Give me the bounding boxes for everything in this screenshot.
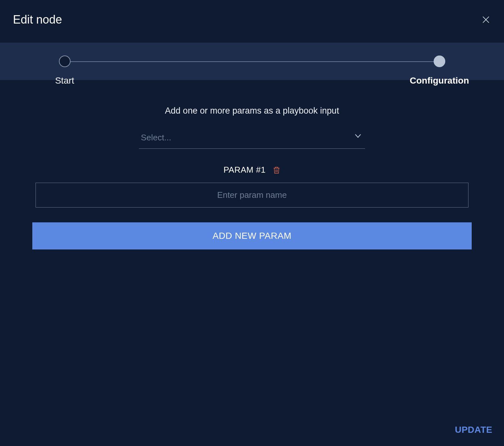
stepper-track: Start Configuration (65, 56, 439, 68)
stepper-line (65, 61, 439, 62)
delete-param-button[interactable] (273, 166, 280, 174)
modal-footer: UPDATE (0, 418, 504, 446)
edit-node-modal: Edit node Start Configuration Add one or… (0, 0, 504, 446)
modal-title: Edit node (13, 13, 62, 26)
stepper: Start Configuration (0, 43, 504, 80)
update-button[interactable]: UPDATE (455, 425, 492, 435)
step-label-configuration: Configuration (410, 76, 469, 86)
modal-header: Edit node (0, 0, 504, 43)
add-new-param-button[interactable]: ADD NEW PARAM (32, 222, 472, 249)
trash-icon (273, 166, 280, 174)
step-label-start: Start (55, 76, 74, 86)
instruction-text: Add one or more params as a playbook inp… (165, 106, 339, 116)
param-select-input[interactable] (139, 129, 365, 149)
param-select[interactable] (139, 129, 365, 149)
param-name-input[interactable] (36, 183, 468, 208)
step-configuration[interactable]: Configuration (410, 56, 469, 86)
close-button[interactable] (481, 15, 491, 25)
step-dot-configuration (434, 56, 445, 67)
close-icon (481, 15, 490, 24)
param-title: PARAM #1 (224, 165, 266, 175)
param-header: PARAM #1 (224, 165, 281, 175)
step-start[interactable]: Start (55, 56, 74, 86)
modal-content: Add one or more params as a playbook inp… (0, 80, 504, 418)
step-dot-start (59, 56, 70, 67)
